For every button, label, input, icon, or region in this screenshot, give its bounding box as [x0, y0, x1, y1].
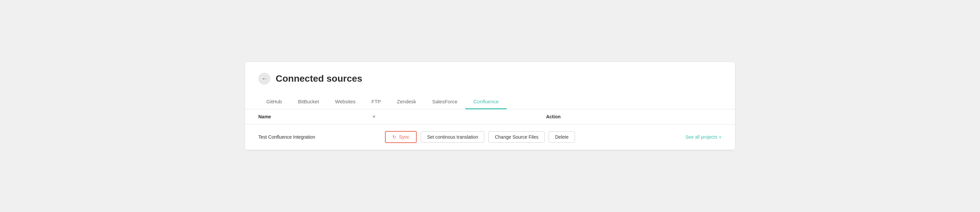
row-integration-name: Test Confluence Integration	[258, 134, 372, 140]
col-header-action: Action	[385, 114, 722, 120]
tab-zendesk[interactable]: Zendesk	[389, 95, 424, 109]
row-actions: ↻ Sync Set continous translation Change …	[385, 131, 722, 143]
chevron-down-icon: ∨	[719, 135, 722, 139]
see-all-projects-button[interactable]: See all projects ∨	[685, 134, 722, 140]
tab-websites[interactable]: Websites	[327, 95, 363, 109]
filter-icon: ▼	[372, 114, 376, 120]
tab-confluence[interactable]: Confluence	[465, 95, 507, 109]
col-header-name: Name	[258, 114, 372, 120]
tab-ftp[interactable]: FTP	[363, 95, 389, 109]
tab-salesforce[interactable]: SalesForce	[424, 95, 465, 109]
table-header: Name ▼ Action	[245, 109, 735, 124]
sync-icon: ↻	[392, 134, 396, 140]
set-translation-button[interactable]: Set continous translation	[421, 131, 484, 143]
delete-button[interactable]: Delete	[549, 131, 575, 143]
tab-github[interactable]: GitHub	[258, 95, 290, 109]
sync-label: Sync	[399, 134, 409, 140]
see-all-label: See all projects	[685, 134, 718, 140]
page-header: ← Connected sources	[245, 62, 735, 91]
page-title: Connected sources	[276, 73, 362, 84]
connected-sources-card: ← Connected sources GitHub BitBucket Web…	[245, 62, 735, 150]
tab-bitbucket[interactable]: BitBucket	[290, 95, 327, 109]
table-row: Test Confluence Integration ↻ Sync Set c…	[245, 124, 735, 150]
sync-button[interactable]: ↻ Sync	[385, 131, 417, 143]
tab-bar: GitHub BitBucket Websites FTP Zendesk Sa…	[245, 95, 735, 109]
col-header-filter[interactable]: ▼	[372, 114, 385, 120]
change-source-files-button[interactable]: Change Source Files	[488, 131, 545, 143]
back-button[interactable]: ←	[258, 73, 270, 84]
